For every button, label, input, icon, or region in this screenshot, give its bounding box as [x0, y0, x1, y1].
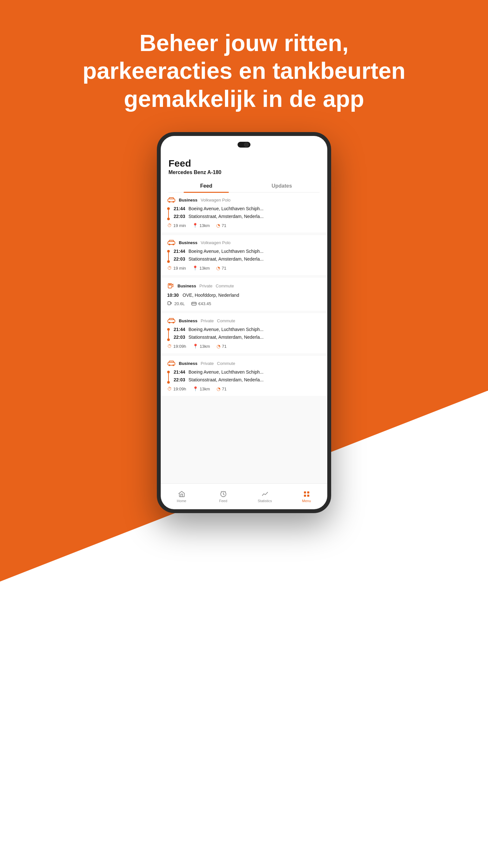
end-address-2: Stationsstraat, Amsterdam, Nederla... — [189, 256, 264, 261]
svg-point-1 — [169, 201, 170, 203]
badge-business-5: Business — [179, 361, 197, 366]
svg-point-13 — [173, 322, 174, 323]
feed-clock-icon — [220, 491, 227, 498]
feed-list[interactable]: Business Volkwagen Polo 21:44 — [161, 192, 327, 484]
phone-screen: Feed Mercedes Benz A-180 Feed Updates — [161, 136, 327, 509]
score-icon: ◔ — [216, 223, 220, 228]
score-icon-2: ◔ — [216, 266, 220, 271]
nav-menu[interactable]: Menu — [286, 491, 327, 503]
fuel-details: 20.6L €43.45 — [167, 301, 321, 306]
car-icon-5 — [167, 361, 175, 366]
end-time-1: 22:03 — [174, 214, 185, 219]
statistics-chart-icon — [261, 491, 268, 498]
feed-item-header-2: Business Volkwagen Polo — [167, 240, 321, 245]
page-subtitle: Mercedes Benz A-180 — [168, 169, 320, 175]
tabs: Feed Updates — [168, 180, 320, 192]
duration-meta-5: ⏱ 19:09h — [167, 386, 186, 392]
fuel-time-location: 10:30 OVE, Hoofddorp, Nederland — [167, 292, 321, 298]
car-icon-4 — [167, 318, 175, 323]
bottom-nav: Home Feed — [161, 484, 327, 509]
end-address-5: Stationsstraat, Amsterdam, Nederla... — [189, 377, 264, 382]
route-container-5: 21:44 Boeing Avenue, Luchthaven Schiph..… — [167, 369, 321, 383]
svg-point-15 — [169, 365, 170, 366]
start-time-2: 21:44 — [174, 249, 185, 254]
route-stop-end-2: 22:03 Stationsstraat, Amsterdam, Nederla… — [174, 256, 321, 261]
feed-item-trip-4[interactable]: Business Private Commute — [161, 313, 327, 353]
car-icon — [167, 197, 175, 203]
route-line-1 — [167, 206, 170, 220]
start-address-2: Boeing Avenue, Luchthaven Schiph... — [189, 249, 263, 254]
score-meta-4: ◔ 71 — [217, 344, 227, 349]
score-icon-5: ◔ — [217, 386, 221, 392]
svg-rect-19 — [307, 491, 309, 493]
tab-feed[interactable]: Feed — [168, 180, 244, 192]
duration-meta-1: ⏱ 19 min — [167, 223, 186, 228]
feed-item-trip-5[interactable]: Business Private Commute — [161, 356, 327, 396]
feed-item-header-4: Business Private Commute — [167, 318, 321, 323]
score-meta-2: ◔ 71 — [216, 266, 226, 271]
nav-feed[interactable]: Feed — [202, 491, 244, 503]
feed-item-header-5: Business Private Commute — [167, 361, 321, 366]
distance-meta-5: 📍 13km — [193, 386, 210, 392]
pin-icon-2: 📍 — [192, 266, 198, 271]
duration-meta-2: ⏱ 19 min — [167, 266, 186, 271]
nav-statistics-label: Statistics — [258, 499, 272, 503]
menu-grid-icon — [303, 491, 310, 498]
route-container-2: 21:44 Boeing Avenue, Luchthaven Schiph..… — [167, 249, 321, 263]
start-time-5: 21:44 — [174, 369, 185, 375]
end-address-4: Stationsstraat, Amsterdam, Nederla... — [189, 335, 264, 340]
end-time-4: 22:03 — [174, 335, 185, 340]
fuel-body: 10:30 OVE, Hoofddorp, Nederland 20.6L — [167, 292, 321, 306]
svg-point-4 — [169, 244, 170, 245]
route-stops-1: 21:44 Boeing Avenue, Luchthaven Schiph..… — [174, 206, 321, 220]
end-time-5: 22:03 — [174, 377, 185, 382]
nav-home[interactable]: Home — [161, 491, 202, 503]
camera-notch — [237, 142, 251, 148]
route-line-4 — [167, 327, 170, 341]
fuel-liters-icon — [167, 301, 172, 306]
card-icon — [191, 301, 197, 306]
nav-statistics[interactable]: Statistics — [244, 491, 286, 503]
feed-item-trip-2[interactable]: Business Volkwagen Polo 21:44 — [161, 235, 327, 275]
page-header: Feed Mercedes Benz A-180 Feed Updates — [161, 153, 327, 192]
page-title: Feed — [168, 158, 320, 169]
svg-point-2 — [173, 201, 174, 203]
tab-updates[interactable]: Updates — [244, 180, 320, 192]
phone-frame: Feed Mercedes Benz A-180 Feed Updates — [0, 132, 488, 513]
feed-meta-4: ⏱ 19:09h 📍 13km ◔ 71 — [167, 344, 321, 349]
badge-business-2: Business — [179, 240, 197, 245]
route-stops-4: 21:44 Boeing Avenue, Luchthaven Schiph..… — [174, 327, 321, 341]
route-stop-start-2: 21:44 Boeing Avenue, Luchthaven Schiph..… — [174, 249, 321, 254]
route-line-2 — [167, 249, 170, 263]
svg-rect-7 — [169, 284, 171, 285]
car-icon-2 — [167, 240, 175, 245]
clock-icon-2: ⏱ — [167, 266, 172, 271]
fuel-header: Business Private Commute — [167, 282, 321, 289]
duration-meta-4: ⏱ 19:09h — [167, 344, 186, 349]
svg-rect-18 — [304, 491, 306, 493]
badge-fuel-private: Private — [199, 283, 213, 288]
svg-rect-21 — [307, 495, 309, 497]
route-stop-start-4: 21:44 Boeing Avenue, Luchthaven Schiph..… — [174, 327, 321, 332]
route-stops-5: 21:44 Boeing Avenue, Luchthaven Schiph..… — [174, 369, 321, 383]
badge-commute-4: Commute — [217, 318, 235, 323]
route-stop-start-1: 21:44 Boeing Avenue, Luchthaven Schiph..… — [174, 206, 321, 211]
pin-icon: 📍 — [192, 223, 198, 228]
fuel-pump-icon — [167, 282, 174, 289]
badge-vehicle-1: Volkwagen Polo — [201, 197, 231, 203]
clock-icon-5: ⏱ — [167, 386, 172, 392]
route-stop-end-5: 22:03 Stationsstraat, Amsterdam, Nederla… — [174, 377, 321, 382]
app-content: Feed Mercedes Benz A-180 Feed Updates — [161, 153, 327, 509]
route-stops-2: 21:44 Boeing Avenue, Luchthaven Schiph..… — [174, 249, 321, 263]
pin-icon-5: 📍 — [193, 386, 198, 392]
badge-private-4: Private — [201, 318, 214, 323]
home-icon — [178, 491, 185, 498]
pin-icon-4: 📍 — [193, 344, 198, 349]
feed-meta-1: ⏱ 19 min 📍 13km ◔ 71 — [167, 223, 321, 228]
svg-point-5 — [173, 244, 174, 245]
route-line-5 — [167, 369, 170, 383]
feed-item-trip-1[interactable]: Business Volkwagen Polo 21:44 — [161, 192, 327, 232]
badge-fuel-business: Business — [177, 283, 196, 288]
badge-fuel-commute: Commute — [216, 283, 234, 288]
feed-item-fuel[interactable]: Business Private Commute 10:30 OVE, Hoof… — [161, 278, 327, 311]
